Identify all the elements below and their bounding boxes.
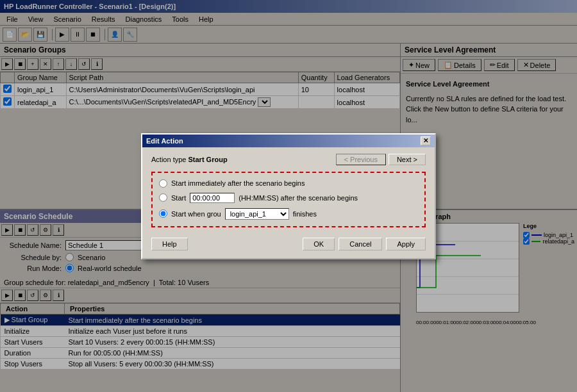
modal-ok-btn[interactable]: OK [303,238,335,250]
modal-help-btn[interactable]: Help [151,238,188,250]
option-row-3: Start when grou login_api_1 relatedapi_a… [159,208,418,220]
option-1-radio[interactable] [159,179,167,188]
modal-prev-btn[interactable]: < Previous [336,154,386,165]
time-input[interactable] [190,193,235,203]
option-3-label: Start when grou [171,210,221,218]
option-3-radio[interactable] [159,209,167,218]
modal-apply-btn[interactable]: Apply [386,238,426,250]
option-2-label: Start [171,194,186,202]
modal-title-text: Edit Action [146,137,183,145]
modal-body: Action type Start Group < Previous Next … [142,147,435,258]
modal-next-btn[interactable]: Next > [389,154,426,165]
modal-footer: Help OK Cancel Apply [151,234,426,252]
modal-nav: < Previous Next > [336,154,426,165]
modal-overlay: Edit Action ✕ Action type Start Group < … [0,0,577,392]
edit-action-modal: Edit Action ✕ Action type Start Group < … [141,133,436,259]
modal-action-type: Action type Start Group [151,156,228,163]
modal-cancel-btn[interactable]: Cancel [339,238,382,250]
option-1-label: Start immediately after the scenario beg… [171,179,305,187]
modal-close-btn[interactable]: ✕ [421,136,431,145]
modal-options-box: Start immediately after the scenario beg… [151,172,426,227]
modal-action-btns: OK Cancel Apply [303,238,426,250]
option-row-2: Start (HH:MM:SS) after the scenario begi… [159,193,418,203]
time-suffix: (HH:MM:SS) after the scenario begins [238,194,358,202]
option-2-radio[interactable] [159,193,167,202]
group-select-suffix: finishes [293,210,317,218]
option-row-1: Start immediately after the scenario beg… [159,179,418,188]
modal-title-bar: Edit Action ✕ [142,135,435,147]
group-select[interactable]: login_api_1 relatedapi_and_md5encry [225,208,289,220]
